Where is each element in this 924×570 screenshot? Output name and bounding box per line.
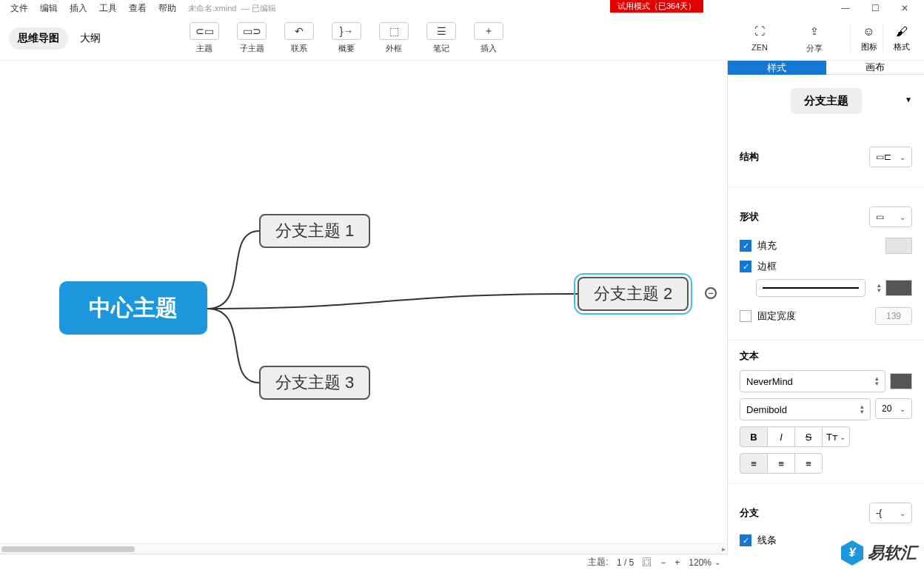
menu-file[interactable]: 文件 <box>4 1 34 16</box>
brush-icon: 🖌 <box>896 24 908 40</box>
boundary-icon: ⬚ <box>379 22 409 40</box>
checkbox-fixedwidth[interactable] <box>740 310 751 322</box>
label-branch: 分支 <box>740 506 759 520</box>
share-icon: ⇪ <box>800 22 829 40</box>
insert-icon: ＋ <box>474 22 503 40</box>
panel-tab-canvas[interactable]: 画布 <box>826 61 925 75</box>
node-branch-2[interactable]: 分支主题 2 <box>578 277 689 311</box>
branch-icon: -{ <box>876 508 882 518</box>
relation-icon: ↶ <box>284 22 314 40</box>
font-weight-select[interactable]: Demibold▴▾ <box>740 398 871 420</box>
menu-edit[interactable]: 编辑 <box>34 1 64 16</box>
smiley-icon: ☺ <box>863 24 874 40</box>
menu-view[interactable]: 查看 <box>123 1 153 16</box>
filename: 未命名.xmind — 已编辑 <box>188 3 276 14</box>
h-scrollbar[interactable]: ▸ <box>0 543 727 554</box>
checkbox-line[interactable]: ✓ <box>740 534 751 546</box>
branch-style-select[interactable]: -{⌄ <box>869 503 912 523</box>
italic-button[interactable]: I <box>767 426 795 447</box>
tool-subtopic[interactable]: ▭⊃子主题 <box>231 22 272 54</box>
label-text: 文本 <box>740 349 912 363</box>
mindmap-canvas[interactable]: 中心主题 分支主题 1 分支主题 2 − 分支主题 3 ▸ <box>0 61 728 554</box>
viewtab-mindmap[interactable]: 思维导图 <box>9 27 68 50</box>
align-right-button[interactable]: ≡ <box>794 453 823 474</box>
node-branch-3[interactable]: 分支主题 3 <box>259 366 370 400</box>
subtopic-icon: ▭⊃ <box>237 22 267 40</box>
collapse-handle[interactable]: − <box>705 287 717 299</box>
tool-insert[interactable]: ＋插入 <box>468 22 509 54</box>
tool-boundary[interactable]: ⬚外框 <box>373 22 415 54</box>
tool-share[interactable]: ⇪分享 <box>794 22 835 54</box>
topic-type-select[interactable]: 分支主题 <box>791 88 862 114</box>
window-minimize[interactable]: — <box>831 0 860 16</box>
stepper-icon[interactable]: ▴▾ <box>877 283 881 293</box>
zoom-in[interactable]: + <box>674 557 680 568</box>
textcase-button[interactable]: Tᴛ⌄ <box>822 426 850 447</box>
hex-logo-icon: ¥ <box>841 540 863 566</box>
menu-help[interactable]: 帮助 <box>153 1 182 16</box>
structure-select[interactable]: ▭⊏⌄ <box>869 147 912 167</box>
border-color-swatch[interactable] <box>886 280 912 296</box>
watermark-logo: ¥ 易软汇 <box>841 540 917 566</box>
border-width-select[interactable] <box>756 279 866 297</box>
strikethrough-button[interactable]: S <box>794 426 823 447</box>
summary-icon: }→ <box>332 22 361 40</box>
text-color-swatch[interactable] <box>890 373 912 389</box>
tool-note[interactable]: ☰笔记 <box>421 22 462 54</box>
zen-icon: ⛶ <box>745 22 774 40</box>
checkbox-fill[interactable]: ✓ <box>740 240 751 252</box>
viewtab-outline[interactable]: 大纲 <box>71 27 110 50</box>
window-maximize[interactable]: ☐ <box>860 0 890 16</box>
bold-button[interactable]: B <box>740 426 768 447</box>
status-topic: 主题: 1 / 5 <box>588 556 634 569</box>
align-left-button[interactable]: ≡ <box>740 453 768 474</box>
tool-summary[interactable]: }→概要 <box>326 22 367 54</box>
window-close[interactable]: ✕ <box>890 0 920 16</box>
label-structure: 结构 <box>740 150 759 164</box>
tool-zen[interactable]: ⛶ZEN <box>739 22 780 54</box>
font-family-select[interactable]: NeverMind▴▾ <box>740 370 886 392</box>
toggle-icons[interactable]: ☺图标 <box>850 24 883 53</box>
tool-topic[interactable]: ⊂▭主题 <box>184 22 225 54</box>
tool-relation[interactable]: ↶联系 <box>278 22 320 54</box>
shape-select[interactable]: ▭⌄ <box>869 207 912 227</box>
map-outline-icon[interactable]: ⿴ <box>643 557 652 568</box>
label-fixedwidth: 固定宽度 <box>757 309 796 323</box>
menu-insert[interactable]: 插入 <box>64 1 93 16</box>
fixedwidth-input[interactable] <box>875 307 912 325</box>
rounded-rect-icon: ▭ <box>876 212 884 222</box>
chevron-down-icon: ▼ <box>905 95 912 104</box>
checkbox-border[interactable]: ✓ <box>740 261 751 272</box>
fill-color-swatch[interactable] <box>886 238 912 254</box>
toggle-format[interactable]: 🖌格式 <box>883 24 915 53</box>
label-border: 边框 <box>757 260 777 273</box>
label-fill: 填充 <box>757 239 777 252</box>
note-icon: ☰ <box>426 22 456 40</box>
menu-tools[interactable]: 工具 <box>93 1 123 16</box>
trial-badge: 试用模式（已364天） <box>610 0 703 13</box>
panel-tab-style[interactable]: 样式 <box>728 61 826 75</box>
node-branch-1[interactable]: 分支主题 1 <box>259 214 370 248</box>
label-shape: 形状 <box>740 210 759 224</box>
zoom-out[interactable]: − <box>660 557 666 568</box>
structure-icon: ▭⊏ <box>876 152 891 162</box>
label-line: 线条 <box>757 534 777 547</box>
zoom-value[interactable]: 120% ⌄ <box>689 557 720 568</box>
statusbar: 主题: 1 / 5 ⿴ − + 120% ⌄ <box>0 554 728 570</box>
menubar: 文件 编辑 插入 工具 查看 帮助 未命名.xmind — 已编辑 — ☐ ✕ <box>0 0 924 16</box>
node-central[interactable]: 中心主题 <box>59 281 207 335</box>
toolbar: 思维导图 大纲 ⊂▭主题 ▭⊃子主题 ↶联系 }→概要 ⬚外框 ☰笔记 ＋插入 … <box>0 16 924 61</box>
format-panel: 样式 画布 分支主题 ▼ 结构 ▭⊏⌄ 形状 ▭⌄ ✓ 填充 <box>728 61 924 554</box>
align-center-button[interactable]: ≡ <box>767 453 795 474</box>
topic-icon: ⊂▭ <box>190 22 219 40</box>
font-size-select[interactable]: 20⌄ <box>875 398 912 419</box>
